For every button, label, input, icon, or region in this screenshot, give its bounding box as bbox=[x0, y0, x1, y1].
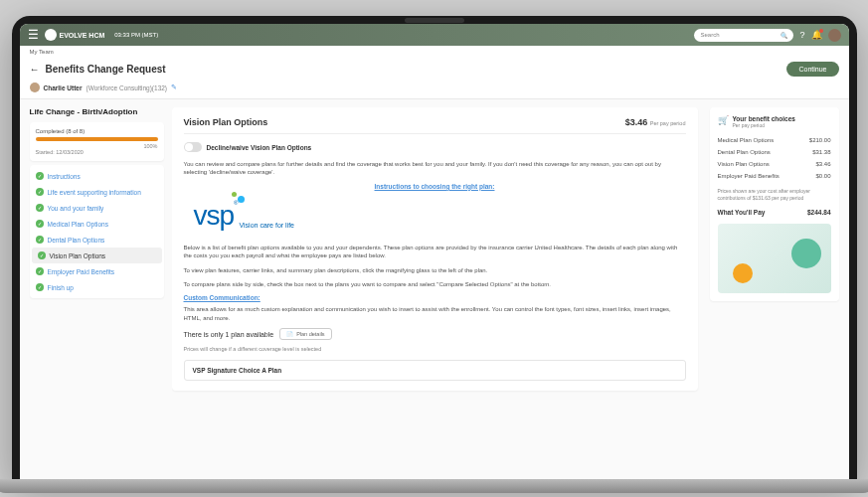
step-family[interactable]: ✓You and your family bbox=[30, 200, 164, 216]
step-employer[interactable]: ✓Employer Paid Benefits bbox=[30, 263, 164, 279]
menu-icon[interactable]: ☰ bbox=[28, 28, 39, 42]
check-icon: ✓ bbox=[36, 220, 44, 228]
step-vision[interactable]: ✓Vision Plan Options bbox=[32, 248, 162, 263]
help-icon[interactable]: ? bbox=[799, 30, 804, 40]
search-input[interactable]: Search 🔍 bbox=[694, 29, 793, 42]
price-note: Prices will change if a different covera… bbox=[184, 346, 686, 352]
step-life-event[interactable]: ✓Life event supporting information bbox=[30, 184, 164, 200]
user-avatar[interactable] bbox=[828, 29, 841, 42]
custom-comm-link[interactable]: Custom Communication: bbox=[184, 294, 686, 301]
step-instructions[interactable]: ✓Instructions bbox=[30, 168, 164, 184]
breadcrumb[interactable]: My Team bbox=[20, 46, 849, 58]
page-title: Benefits Change Request bbox=[46, 64, 781, 75]
choice-row: Medical Plan Options$210.00 bbox=[718, 134, 831, 146]
search-icon: 🔍 bbox=[781, 32, 787, 39]
total-row: What You'll Pay$244.84 bbox=[718, 209, 831, 216]
intro-text: You can review and compare plans for fur… bbox=[184, 160, 686, 177]
progress-label: Completed (8 of 8) bbox=[36, 128, 158, 134]
notifications-icon[interactable]: 🔔 bbox=[811, 30, 822, 40]
sidebar: Life Change - Birth/Adoption Completed (… bbox=[30, 107, 164, 473]
step-finish[interactable]: ✓Finish up bbox=[30, 279, 164, 295]
user-context: Charlie Utter (Workforce Consulting)(132… bbox=[20, 81, 849, 99]
plan-card[interactable]: VSP Signature Choice A Plan bbox=[184, 360, 686, 381]
employee-name[interactable]: Charlie Utter bbox=[44, 84, 83, 91]
choices-title: Your benefit choices bbox=[733, 115, 795, 122]
progress-card: Completed (8 of 8) 100% Started: 12/03/2… bbox=[30, 122, 164, 161]
document-icon: 📄 bbox=[286, 331, 293, 337]
card-price: $3.46 Per pay period bbox=[625, 117, 686, 127]
employee-org: (Workforce Consulting)(132) bbox=[87, 84, 168, 91]
check-icon: ✓ bbox=[36, 172, 44, 180]
step-medical[interactable]: ✓Medical Plan Options bbox=[30, 216, 164, 232]
main-content: Vision Plan Options $3.46 Per pay period… bbox=[172, 107, 702, 473]
check-icon: ✓ bbox=[36, 267, 44, 275]
body-text-1: Below is a list of benefit plan options … bbox=[184, 244, 686, 260]
cart-icon: 🛒 bbox=[718, 115, 729, 125]
check-icon: ✓ bbox=[36, 188, 44, 196]
choice-row: Employer Paid Benefits$0.00 bbox=[718, 170, 831, 182]
decline-label: Decline/waive Vision Plan Options bbox=[207, 144, 312, 151]
sidebar-title: Life Change - Birth/Adoption bbox=[30, 107, 164, 116]
check-icon: ✓ bbox=[36, 236, 44, 244]
availability-text: There is only 1 plan available bbox=[184, 331, 274, 338]
check-icon: ✓ bbox=[36, 204, 44, 212]
search-placeholder: Search bbox=[700, 32, 781, 38]
choices-subtitle: Per pay period bbox=[733, 122, 795, 128]
progress-bar bbox=[36, 137, 158, 141]
instructions-link[interactable]: Instructions to choosing the right plan: bbox=[184, 183, 686, 190]
choice-row: Vision Plan Options$3.46 bbox=[718, 158, 831, 170]
decline-toggle[interactable] bbox=[184, 142, 202, 152]
right-sidebar: 🛒 Your benefit choices Per pay period Me… bbox=[710, 107, 839, 473]
vsp-tagline: Vision care for life bbox=[240, 222, 295, 229]
illustration bbox=[718, 224, 831, 293]
card-title: Vision Plan Options bbox=[184, 117, 268, 127]
check-icon: ✓ bbox=[38, 251, 46, 259]
brand-logo[interactable]: EVOLVE HCM bbox=[45, 29, 105, 41]
body-text-4: This area allows for as much custom expl… bbox=[184, 305, 686, 322]
progress-date: Started: 12/03/2020 bbox=[36, 149, 158, 155]
step-dental[interactable]: ✓Dental Plan Options bbox=[30, 232, 164, 248]
back-icon[interactable]: ← bbox=[30, 64, 40, 75]
choices-note: Prices shown are your cost after employe… bbox=[718, 188, 831, 201]
clock: 03:33 PM (MST) bbox=[114, 32, 158, 38]
top-bar: ☰ EVOLVE HCM 03:33 PM (MST) Search 🔍 ? 🔔 bbox=[20, 24, 849, 46]
plan-details-button[interactable]: 📄Plan details bbox=[279, 328, 331, 340]
body-text-2: To view plan features, carrier links, an… bbox=[184, 266, 686, 274]
brand-name: EVOLVE HCM bbox=[60, 32, 105, 39]
check-icon: ✓ bbox=[36, 283, 44, 291]
choice-row: Dental Plan Options$31.38 bbox=[718, 146, 831, 158]
logo-icon bbox=[45, 29, 57, 41]
employee-avatar bbox=[30, 83, 40, 92]
vsp-logo: vsp® Vision care for life bbox=[184, 200, 686, 232]
body-text-3: To compare plans side by side, check the… bbox=[184, 280, 686, 288]
edit-icon[interactable]: ✎ bbox=[171, 83, 177, 91]
continue-button[interactable]: Continue bbox=[786, 62, 838, 77]
step-list: ✓Instructions ✓Life event supporting inf… bbox=[30, 165, 164, 298]
